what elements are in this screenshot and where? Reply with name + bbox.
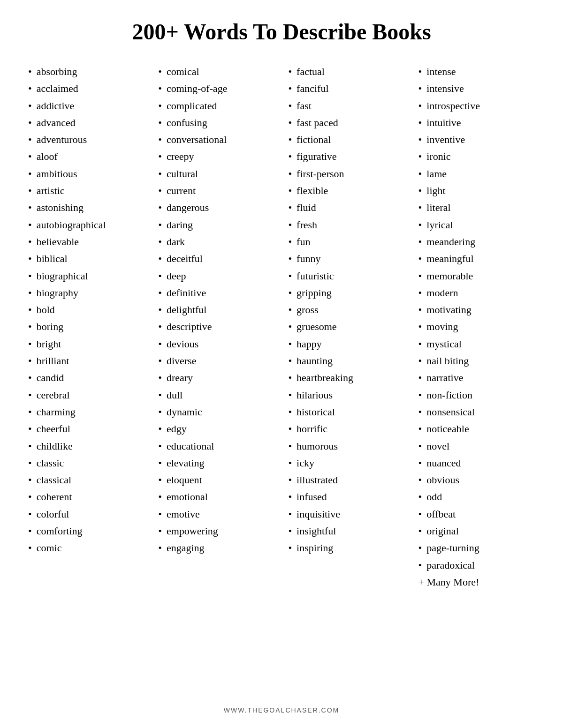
list-item: haunting — [288, 353, 404, 369]
list-item: boring — [28, 318, 145, 335]
list-item: childlike — [28, 438, 145, 455]
list-item: aloof — [28, 148, 145, 165]
list-item: brilliant — [28, 353, 145, 369]
list-item: engaging — [158, 540, 274, 556]
list-item: motivating — [418, 301, 535, 318]
list-item: ironic — [418, 148, 535, 165]
list-item: biography — [28, 285, 145, 301]
list-item: believable — [28, 233, 145, 250]
list-item: gripping — [288, 285, 404, 301]
list-item: elevating — [158, 455, 274, 472]
list-item: original — [418, 523, 535, 540]
list-item: coming-of-age — [158, 80, 274, 97]
list-item: astonishing — [28, 199, 145, 216]
list-item: odd — [418, 488, 535, 505]
list-item: deep — [158, 268, 274, 285]
list-item: comforting — [28, 523, 145, 540]
list-item: intuitive — [418, 114, 535, 131]
list-item: obvious — [418, 472, 535, 488]
list-item: bright — [28, 336, 145, 353]
list-item: novel — [418, 438, 535, 455]
list-item: dreary — [158, 369, 274, 386]
list-item: educational — [158, 438, 274, 455]
list-item: bold — [28, 301, 145, 318]
list-item: colorful — [28, 506, 145, 523]
column-1: absorbingacclaimedaddictiveadvancedadven… — [28, 63, 145, 692]
list-item: fanciful — [288, 80, 404, 97]
list-item: inspiring — [288, 540, 404, 556]
list-item: classical — [28, 472, 145, 488]
word-list-col4: intenseintensiveintrospectiveintuitivein… — [418, 63, 535, 574]
list-item: coherent — [28, 488, 145, 505]
list-item: cultural — [158, 165, 274, 182]
list-item: nuanced — [418, 455, 535, 472]
list-item: heartbreaking — [288, 369, 404, 386]
list-item: complicated — [158, 98, 274, 114]
list-item: fast — [288, 98, 404, 114]
list-item: descriptive — [158, 318, 274, 335]
list-item: fast paced — [288, 114, 404, 131]
list-item: meaningful — [418, 250, 535, 267]
list-item: creepy — [158, 148, 274, 165]
list-item: confusing — [158, 114, 274, 131]
list-item: humorous — [288, 438, 404, 455]
list-item: daring — [158, 217, 274, 233]
list-item: lame — [418, 165, 535, 182]
list-item: comical — [158, 63, 274, 80]
list-item: literal — [418, 199, 535, 216]
list-item: gruesome — [288, 318, 404, 335]
list-item: fictional — [288, 131, 404, 148]
list-item: funny — [288, 250, 404, 267]
footer: WWW.THEGOALCHASER.COM — [28, 706, 535, 714]
list-item: futuristic — [288, 268, 404, 285]
list-item: fresh — [288, 217, 404, 233]
list-item: charming — [28, 404, 145, 420]
list-item: diverse — [158, 353, 274, 369]
column-4: intenseintensiveintrospectiveintuitivein… — [418, 63, 535, 692]
list-item: fun — [288, 233, 404, 250]
list-item: fluid — [288, 199, 404, 216]
list-item: edgy — [158, 420, 274, 437]
list-item: ambitious — [28, 165, 145, 182]
list-item: flexible — [288, 182, 404, 199]
list-item: page-turning — [418, 540, 535, 556]
list-item: narrative — [418, 369, 535, 386]
list-item: current — [158, 182, 274, 199]
list-item: dangerous — [158, 199, 274, 216]
page-title: 200+ Words To Describe Books — [132, 19, 431, 45]
list-item: dynamic — [158, 404, 274, 420]
word-list-area: absorbingacclaimedaddictiveadvancedadven… — [28, 63, 535, 692]
list-item: autobiographical — [28, 217, 145, 233]
word-list-col2: comicalcoming-of-agecomplicatedconfusing… — [158, 63, 274, 557]
list-item: lyrical — [418, 217, 535, 233]
list-item: happy — [288, 336, 404, 353]
list-item: memorable — [418, 268, 535, 285]
list-item: icky — [288, 455, 404, 472]
list-item: dull — [158, 387, 274, 404]
list-item: classic — [28, 455, 145, 472]
list-item: nonsensical — [418, 404, 535, 420]
list-item: adventurous — [28, 131, 145, 148]
list-item: modern — [418, 285, 535, 301]
list-item: biblical — [28, 250, 145, 267]
list-item: offbeat — [418, 506, 535, 523]
list-item: delightful — [158, 301, 274, 318]
list-item: devious — [158, 336, 274, 353]
list-item: inventive — [418, 131, 535, 148]
list-item: insightful — [288, 523, 404, 540]
more-text: + Many More! — [418, 574, 535, 591]
list-item: biographical — [28, 268, 145, 285]
list-item: cerebral — [28, 387, 145, 404]
list-item: acclaimed — [28, 80, 145, 97]
list-item: artistic — [28, 182, 145, 199]
list-item: conversational — [158, 131, 274, 148]
list-item: non-fiction — [418, 387, 535, 404]
list-item: intensive — [418, 80, 535, 97]
list-item: historical — [288, 404, 404, 420]
list-item: infused — [288, 488, 404, 505]
column-2: comicalcoming-of-agecomplicatedconfusing… — [158, 63, 274, 692]
list-item: candid — [28, 369, 145, 386]
list-item: light — [418, 182, 535, 199]
list-item: intense — [418, 63, 535, 80]
list-item: hilarious — [288, 387, 404, 404]
